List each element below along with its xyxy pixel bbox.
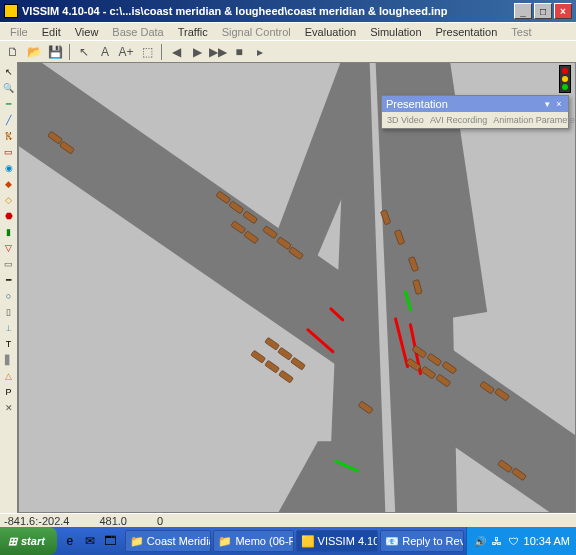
- tool-detector-icon[interactable]: ▭: [1, 256, 16, 271]
- menu-edit[interactable]: Edit: [36, 25, 67, 39]
- vehicle: [265, 360, 280, 373]
- tool-connector-icon[interactable]: ╱: [1, 112, 16, 127]
- minimize-button[interactable]: _: [514, 3, 532, 19]
- task-icon: 🟨: [301, 535, 315, 548]
- animation-params-button[interactable]: Animation Parameters...: [491, 114, 576, 126]
- new-icon[interactable]: 🗋: [4, 43, 22, 61]
- tray-shield-icon[interactable]: 🛡: [507, 534, 521, 548]
- tool-reduced-speed-icon[interactable]: ◆: [1, 176, 16, 191]
- tool-arrow-icon[interactable]: ↖: [1, 64, 16, 79]
- tool-zoom-icon[interactable]: 🔍: [1, 80, 16, 95]
- system-tray[interactable]: 🔊 🖧 🛡 10:34 AM: [466, 527, 576, 555]
- tray-volume-icon[interactable]: 🔊: [473, 534, 487, 548]
- rewind-icon[interactable]: ◀: [167, 43, 185, 61]
- window-buttons: _ □ ×: [514, 3, 572, 19]
- tool-priority-icon[interactable]: ▽: [1, 240, 16, 255]
- menubar: File Edit View Base Data Traffic Signal …: [0, 22, 576, 40]
- tool-stop-line-icon[interactable]: ━: [1, 272, 16, 287]
- play-icon[interactable]: ▶: [188, 43, 206, 61]
- titlebar: VISSIM 4.10-04 - c:\...is\coast meridian…: [0, 0, 576, 22]
- start-label: start: [21, 535, 45, 547]
- tool-desired-speed-icon[interactable]: ◇: [1, 192, 16, 207]
- ql-desktop-icon[interactable]: 🗔: [101, 532, 119, 550]
- save-icon[interactable]: 💾: [46, 43, 64, 61]
- tool-node-icon[interactable]: ○: [1, 288, 16, 303]
- panel-header[interactable]: Presentation ▾ ×: [382, 96, 568, 112]
- vehicle: [279, 370, 294, 383]
- tool-route-icon[interactable]: ⛕: [1, 128, 16, 143]
- tool-triangle-icon[interactable]: △: [1, 368, 16, 383]
- tool-section-icon[interactable]: ▯: [1, 304, 16, 319]
- taskbar-task[interactable]: 📁Coast Meridian & Lou...: [125, 530, 212, 552]
- tray-clock[interactable]: 10:34 AM: [524, 535, 570, 547]
- tool-transit-icon[interactable]: ✕: [1, 400, 16, 415]
- step-icon[interactable]: ▸: [251, 43, 269, 61]
- coord-mid: 481.0: [99, 515, 127, 527]
- coord-zero: 0: [157, 515, 163, 527]
- panel-title: Presentation: [386, 98, 448, 110]
- tool-signal-head-icon[interactable]: ▮: [1, 224, 16, 239]
- page-icon[interactable]: ⬚: [138, 43, 156, 61]
- tool-stop-sign-icon[interactable]: ⬣: [1, 208, 16, 223]
- 3d-video-button[interactable]: 3D Video: [385, 114, 426, 126]
- window-title: VISSIM 4.10-04 - c:\...is\coast meridian…: [22, 5, 514, 17]
- panel-dropdown-icon[interactable]: ▾: [542, 99, 552, 109]
- menu-test[interactable]: Test: [505, 25, 537, 39]
- open-icon[interactable]: 📂: [25, 43, 43, 61]
- task-label: Reply to Reviews of ...: [402, 535, 463, 547]
- tool-text-icon[interactable]: T: [1, 336, 16, 351]
- menu-basedata[interactable]: Base Data: [106, 25, 169, 39]
- vehicle: [278, 347, 293, 360]
- menu-view[interactable]: View: [69, 25, 105, 39]
- vehicle: [265, 337, 280, 350]
- traffic-light-icon: [559, 65, 571, 93]
- fastforward-icon[interactable]: ▶▶: [209, 43, 227, 61]
- menu-evaluation[interactable]: Evaluation: [299, 25, 362, 39]
- taskbar-task[interactable]: 🟨VISSIM 4.10-04 - c:\...: [296, 530, 379, 552]
- tool-speed-icon[interactable]: ◉: [1, 160, 16, 175]
- workspace: ↖🔍━╱⛕▭◉◆◇⬣▮▽▭━○▯⟂T▋△P✕: [0, 62, 576, 527]
- avi-recording-button[interactable]: AVI Recording: [428, 114, 489, 126]
- text-aplus-icon[interactable]: A+: [117, 43, 135, 61]
- tool-background-icon[interactable]: ▋: [1, 352, 16, 367]
- tool-measure-icon[interactable]: ⟂: [1, 320, 16, 335]
- task-label: VISSIM 4.10-04 - c:\...: [318, 535, 379, 547]
- tool-vehicle-input-icon[interactable]: ▭: [1, 144, 16, 159]
- task-icon: 📁: [218, 535, 232, 548]
- presentation-panel[interactable]: Presentation ▾ × 3D Video AVI Recording …: [381, 95, 569, 129]
- tray-network-icon[interactable]: 🖧: [490, 534, 504, 548]
- menu-simulation[interactable]: Simulation: [364, 25, 427, 39]
- sidebar: ↖🔍━╱⛕▭◉◆◇⬣▮▽▭━○▯⟂T▋△P✕: [0, 62, 18, 527]
- text-a-icon[interactable]: A: [96, 43, 114, 61]
- panel-row: 3D Video AVI Recording Animation Paramet…: [382, 112, 568, 128]
- task-label: Memo (06-Feb-2006): [235, 535, 293, 547]
- menu-traffic[interactable]: Traffic: [172, 25, 214, 39]
- close-button[interactable]: ×: [554, 3, 572, 19]
- pointer-icon[interactable]: ↖: [75, 43, 93, 61]
- taskbar-task[interactable]: 📁Memo (06-Feb-2006): [213, 530, 293, 552]
- maximize-button[interactable]: □: [534, 3, 552, 19]
- tool-link-icon[interactable]: ━: [1, 96, 16, 111]
- menu-presentation[interactable]: Presentation: [430, 25, 504, 39]
- road-network: [19, 63, 575, 512]
- stop-icon[interactable]: ■: [230, 43, 248, 61]
- taskbar-task[interactable]: 📧Reply to Reviews of ...: [380, 530, 463, 552]
- coord-bar: -841.6:-202.4 481.0 0: [0, 513, 576, 527]
- simulation-canvas[interactable]: Presentation ▾ × 3D Video AVI Recording …: [19, 63, 575, 512]
- coord-xy: -841.6:-202.4: [4, 515, 69, 527]
- vehicle: [291, 357, 306, 370]
- task-buttons: 📁Coast Meridian & Lou...📁Memo (06-Feb-20…: [123, 530, 466, 552]
- start-button[interactable]: ⊞ start: [0, 527, 57, 555]
- separator: [69, 44, 70, 60]
- ql-ie-icon[interactable]: e: [61, 532, 79, 550]
- toolbar: 🗋 📂 💾 ↖ A A+ ⬚ ◀ ▶ ▶▶ ■ ▸: [0, 40, 576, 62]
- menu-file[interactable]: File: [4, 25, 34, 39]
- tool-parking-icon[interactable]: P: [1, 384, 16, 399]
- vehicle: [251, 350, 266, 363]
- taskbar: ⊞ start e ✉ 🗔 📁Coast Meridian & Lou...📁M…: [0, 527, 576, 555]
- panel-close-icon[interactable]: ×: [554, 99, 564, 109]
- ql-mail-icon[interactable]: ✉: [81, 532, 99, 550]
- menu-signal[interactable]: Signal Control: [216, 25, 297, 39]
- canvas-viewport[interactable]: Presentation ▾ × 3D Video AVI Recording …: [18, 62, 576, 513]
- quick-launch: e ✉ 🗔: [61, 532, 119, 550]
